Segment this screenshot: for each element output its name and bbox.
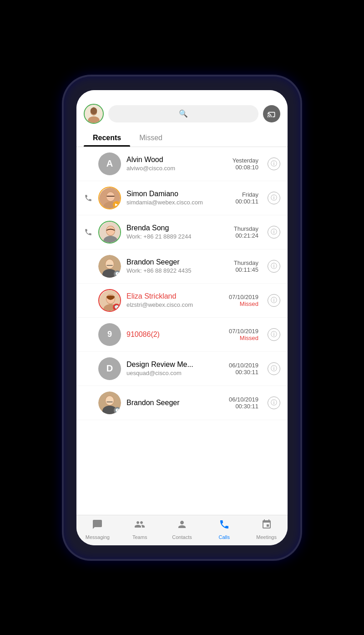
calls-list: A Alvin Wood alviwo@cisco.com Yesterday … xyxy=(76,147,288,515)
svg-rect-17 xyxy=(106,265,113,266)
call-indicator-2 xyxy=(84,194,93,202)
call-time-6: 07/10/2019 Missed xyxy=(229,328,258,341)
svg-point-24 xyxy=(106,396,114,405)
call-info-3: Brenda Song Work: +86 21 8889 2244 xyxy=(126,224,228,240)
msg-badge-eliza: 💬 xyxy=(113,304,120,311)
call-item-simon[interactable]: ▶ Simon Damiano simdamia@webex.cisco.com… xyxy=(76,181,288,215)
call-sub-7: uesquad@cisco.com xyxy=(126,370,223,376)
call-date-3: Thursday xyxy=(234,225,258,232)
call-item-eliza[interactable]: 💬 Eliza Strickland elzstri@webex.cisco.c… xyxy=(76,284,288,318)
avatar-brandon1: 🕐 xyxy=(98,255,121,278)
call-sub-1: alviwo@cisco.com xyxy=(126,165,227,172)
avatar-eliza: 💬 xyxy=(98,289,121,312)
call-info-7: Design Review Me... uesquad@cisco.com xyxy=(126,361,223,376)
info-button-4[interactable]: ⓘ xyxy=(268,260,280,273)
call-date-6: 07/10/2019 xyxy=(229,328,258,335)
svg-point-11 xyxy=(106,226,115,235)
teams-icon xyxy=(134,519,145,533)
call-time-4: Thursday 00:11:45 xyxy=(234,259,258,273)
tab-recents[interactable]: Recents xyxy=(84,128,130,147)
phone-shell: 🔍 Recents Missed A Alv xyxy=(64,76,300,559)
call-date-4: Thursday xyxy=(234,259,258,266)
call-indicator-3 xyxy=(84,228,93,236)
call-item-number[interactable]: 9 910086(2) 07/10/2019 Missed ⓘ xyxy=(76,318,288,352)
clock-badge-brandon2: 🕐 xyxy=(114,407,121,414)
call-sub-3: Work: +86 21 8889 2244 xyxy=(126,233,228,240)
call-sub-2: simdamia@webex.cisco.com xyxy=(126,199,230,206)
nav-teams[interactable]: Teams xyxy=(119,519,161,540)
svg-rect-8 xyxy=(106,196,115,197)
call-date-7: 06/10/2019 xyxy=(229,362,258,369)
search-bar[interactable]: 🔍 xyxy=(108,105,258,122)
call-info-6: 910086(2) xyxy=(126,330,223,339)
call-name-6: 910086(2) xyxy=(126,330,223,339)
call-duration-1: 00:08:10 xyxy=(233,164,258,171)
call-time-8: 06/10/2019 00:30:11 xyxy=(229,396,258,410)
bottom-nav: Messaging Teams Contacts xyxy=(76,515,288,545)
video-badge-simon: ▶ xyxy=(113,201,120,208)
info-button-8[interactable]: ⓘ xyxy=(268,396,280,409)
call-item-brandon2[interactable]: 🕐 Brandon Seeger 06/10/2019 00:30:11 ⓘ xyxy=(76,386,288,420)
call-date-5: 07/10/2019 xyxy=(229,294,258,300)
nav-label-calls: Calls xyxy=(219,534,230,540)
call-name-8: Brandon Seeger xyxy=(126,399,223,407)
call-info-4: Brandon Seeger Work: +86 88 8922 4435 xyxy=(126,258,228,274)
search-icon: 🔍 xyxy=(179,109,188,118)
call-duration-2: 00:00:11 xyxy=(235,198,258,205)
call-time-5: 07/10/2019 Missed xyxy=(229,294,258,307)
call-name-2: Simon Damiano xyxy=(126,190,230,198)
info-button-7[interactable]: ⓘ xyxy=(268,362,280,375)
avatar-simon: ▶ xyxy=(98,187,121,209)
call-info-1: Alvin Wood alviwo@cisco.com xyxy=(126,156,227,172)
clock-badge-brandon1: 🕐 xyxy=(114,270,121,278)
call-info-5: Eliza Strickland elzstri@webex.cisco.com xyxy=(126,292,223,308)
call-duration-4: 00:11:45 xyxy=(234,266,258,273)
avatar-brenda xyxy=(98,221,121,244)
nav-label-meetings: Meetings xyxy=(256,534,277,540)
call-date-2: Friday xyxy=(235,191,258,198)
call-name-5: Eliza Strickland xyxy=(126,292,223,300)
nav-meetings[interactable]: Meetings xyxy=(245,519,288,540)
nav-contacts[interactable]: Contacts xyxy=(161,519,203,540)
call-date-1: Yesterday xyxy=(233,157,258,164)
nav-messaging[interactable]: Messaging xyxy=(76,519,119,540)
call-item-brenda[interactable]: Brenda Song Work: +86 21 8889 2244 Thurs… xyxy=(76,215,288,249)
call-name-3: Brenda Song xyxy=(126,224,228,232)
meetings-icon xyxy=(261,519,272,533)
avatar-design: D xyxy=(98,357,121,380)
info-button-6[interactable]: ⓘ xyxy=(268,328,280,341)
status-bar xyxy=(76,90,288,99)
svg-point-15 xyxy=(106,259,114,269)
user-avatar[interactable] xyxy=(84,104,104,124)
cast-button[interactable] xyxy=(263,105,280,122)
info-button-1[interactable]: ⓘ xyxy=(268,157,280,170)
messaging-icon xyxy=(92,519,103,533)
call-item-design[interactable]: D Design Review Me... uesquad@cisco.com … xyxy=(76,352,288,386)
avatar-brandon2: 🕐 xyxy=(98,391,121,414)
nav-label-messaging: Messaging xyxy=(86,534,110,540)
avatar-alvin: A xyxy=(98,152,121,175)
nav-calls[interactable]: Calls xyxy=(203,519,245,540)
call-duration-6: Missed xyxy=(229,335,258,341)
call-time-3: Thursday 00:21:24 xyxy=(234,225,258,239)
info-button-3[interactable]: ⓘ xyxy=(268,226,280,239)
call-time-2: Friday 00:00:11 xyxy=(235,191,258,205)
nav-label-teams: Teams xyxy=(132,534,147,540)
avatar-number: 9 xyxy=(98,323,121,346)
call-sub-4: Work: +86 88 8922 4435 xyxy=(126,267,228,274)
info-button-5[interactable]: ⓘ xyxy=(268,294,280,307)
call-duration-7: 00:30:11 xyxy=(229,369,258,376)
call-time-7: 06/10/2019 00:30:11 xyxy=(229,362,258,376)
call-name-4: Brandon Seeger xyxy=(126,258,228,266)
calls-icon xyxy=(219,519,230,533)
call-duration-8: 00:30:11 xyxy=(229,403,258,410)
call-date-8: 06/10/2019 xyxy=(229,396,258,403)
call-sub-5: elzstri@webex.cisco.com xyxy=(126,301,223,308)
contacts-icon xyxy=(177,519,187,533)
call-item-brandon1[interactable]: 🕐 Brandon Seeger Work: +86 88 8922 4435 … xyxy=(76,249,288,284)
call-name-7: Design Review Me... xyxy=(126,361,223,369)
phone-screen: 🔍 Recents Missed A Alv xyxy=(76,90,288,545)
info-button-2[interactable]: ⓘ xyxy=(268,192,280,204)
tab-missed[interactable]: Missed xyxy=(130,128,172,147)
call-item-alvin-wood[interactable]: A Alvin Wood alviwo@cisco.com Yesterday … xyxy=(76,147,288,181)
